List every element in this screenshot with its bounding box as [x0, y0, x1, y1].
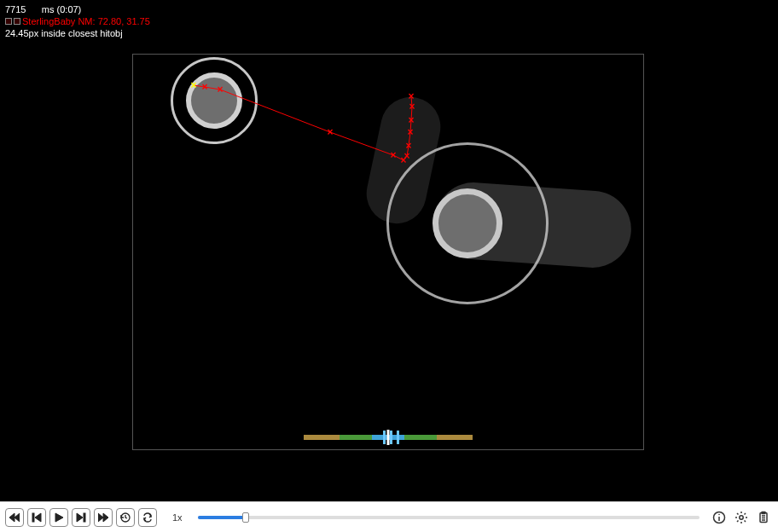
step-back-button[interactable]: [27, 508, 46, 527]
cursor-mark: ×: [405, 140, 411, 152]
clipboard-icon: [757, 511, 770, 524]
hit-error-segment: [340, 435, 372, 440]
info-icon: [712, 511, 726, 524]
debug-time: 7715 ms (0:07): [5, 3, 150, 15]
player-info: SterlingBaby NM: 72.80, 31.75: [22, 15, 150, 27]
debug-player: SterlingBaby NM: 72.80, 31.75: [5, 15, 150, 27]
svg-point-5: [718, 513, 720, 515]
hit-error-bar: [304, 435, 473, 440]
skip-back-icon: [9, 512, 20, 523]
right-icon-group: [710, 508, 773, 527]
cursor-mark: ×: [407, 126, 413, 138]
time-label: ms (0:07): [42, 4, 81, 14]
speed-label: 1x: [172, 512, 183, 523]
seek-fill: [198, 516, 246, 519]
playfield[interactable]: ××××××××××××: [132, 54, 644, 450]
player-color-box: [5, 18, 12, 25]
time-ms: 7715: [5, 4, 26, 14]
cursor-mark: ×: [408, 114, 414, 126]
debug-overlay: 7715 ms (0:07) SterlingBaby NM: 72.80, 3…: [5, 3, 150, 39]
hit-error-mark: [383, 431, 386, 444]
hit-error-mark: [397, 431, 399, 444]
svg-rect-0: [32, 513, 34, 522]
seek-track: [198, 516, 700, 519]
step-back-icon: [32, 512, 42, 523]
play-icon: [54, 512, 64, 523]
player-color-box-2: [14, 18, 20, 25]
hit-error-segment: [404, 435, 437, 440]
svg-rect-1: [84, 513, 85, 522]
seek-thumb[interactable]: [242, 512, 249, 523]
svg-point-6: [740, 515, 743, 518]
skip-forward-icon: [98, 512, 108, 523]
clipboard-button[interactable]: [754, 508, 773, 527]
skip-back-button[interactable]: [5, 508, 24, 527]
control-bar: 1x: [0, 501, 778, 532]
history-button[interactable]: [116, 508, 135, 527]
cursor-mark: ×: [408, 90, 414, 102]
hit-error-segment: [437, 435, 473, 440]
cursor-mark: ×: [390, 149, 396, 161]
loop-icon: [142, 512, 153, 523]
cursor-trail-line: [132, 54, 644, 450]
loop-button[interactable]: [138, 508, 157, 527]
hit-error-mark: [390, 431, 392, 444]
cursor-mark: ×: [190, 79, 196, 91]
skip-forward-button[interactable]: [94, 508, 113, 527]
cursor-mark: ×: [201, 81, 207, 93]
history-icon: [120, 512, 131, 523]
cursor-mark: ×: [409, 101, 415, 113]
step-forward-icon: [76, 512, 86, 523]
info-button[interactable]: [710, 508, 729, 527]
cursor-mark: ×: [327, 126, 333, 138]
cursor-mark: ×: [404, 150, 409, 162]
viewport: 7715 ms (0:07) SterlingBaby NM: 72.80, 3…: [0, 0, 778, 532]
step-forward-button[interactable]: [72, 508, 90, 527]
cursor-mark: ×: [217, 84, 223, 95]
gear-icon: [734, 511, 748, 524]
debug-hitobj: 24.45px inside closest hitobj: [5, 27, 150, 39]
hit-error-segment: [304, 435, 340, 440]
seek-bar[interactable]: [198, 510, 700, 525]
play-button[interactable]: [49, 508, 68, 527]
settings-button[interactable]: [732, 508, 751, 527]
